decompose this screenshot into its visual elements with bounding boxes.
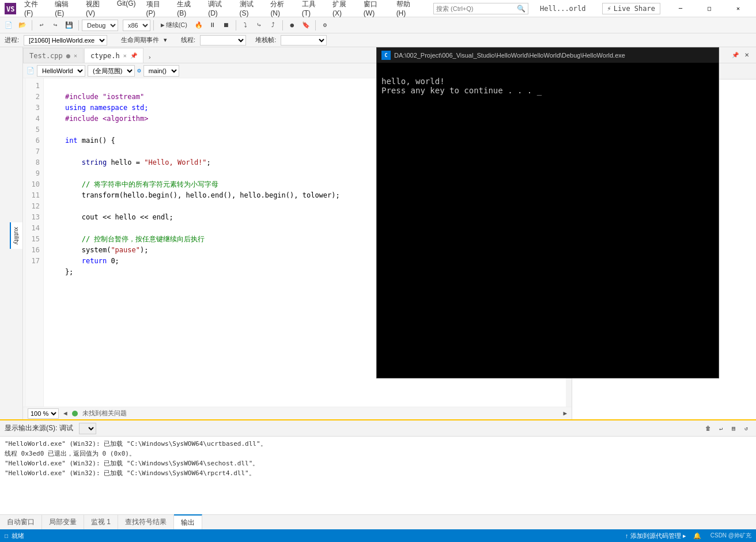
menu-extensions[interactable]: 扩展(X) bbox=[328, 0, 358, 20]
tab-ctype-h-close[interactable]: ✕ bbox=[123, 52, 127, 59]
btm-tab-locals[interactable]: 局部变量 bbox=[42, 515, 84, 529]
menu-project[interactable]: 项目(P) bbox=[142, 0, 172, 20]
lifecycle-separator: ▾ bbox=[164, 36, 167, 44]
output-panel: 显示输出来源(S): 调试 🗑 ↵ ▤ ↺ "HelloWorld.exe" (… bbox=[0, 419, 756, 514]
output-source-label: 显示输出来源(S): 调试 bbox=[5, 423, 73, 433]
platform-dropdown[interactable]: x86 bbox=[123, 20, 150, 31]
menu-file[interactable]: 文件(F) bbox=[20, 0, 49, 20]
redo-button[interactable]: ↪ bbox=[49, 19, 62, 32]
btm-tab-watch[interactable]: 监视 1 bbox=[84, 515, 118, 529]
output-refresh-button[interactable]: ↺ bbox=[741, 423, 751, 434]
live-share-button[interactable]: ⚡ Live Share bbox=[602, 3, 660, 14]
settings-button[interactable]: ⚙ bbox=[319, 19, 331, 32]
tab-ctype-h[interactable]: ctype.h ✕ 📌 bbox=[84, 48, 143, 63]
new-file-button[interactable]: 📄 bbox=[2, 19, 15, 32]
breakpoint-button[interactable]: ● bbox=[286, 19, 298, 32]
output-source-selector[interactable] bbox=[79, 423, 96, 434]
output-content: "HelloWorld.exe" (Win32): 已加载 "C:\Window… bbox=[0, 437, 756, 514]
console-titlebar: C DA:\002_Project\006_Visual_Studio\Hell… bbox=[377, 48, 719, 63]
step-into-button[interactable]: ⤷ bbox=[253, 19, 266, 32]
tab-pin-icon[interactable]: 📌 bbox=[130, 52, 137, 59]
play-icon: ▶ bbox=[161, 21, 165, 29]
hot-reload-button[interactable]: 🔥 bbox=[192, 19, 205, 32]
toolbar-separator3 bbox=[153, 20, 154, 31]
console-body: hello, world! Press any key to continue … bbox=[377, 63, 719, 378]
code-line-9: // 将字符串中的所有字符元素转为小写字母 bbox=[48, 180, 218, 188]
bookmark-button[interactable]: 🔖 bbox=[300, 19, 312, 32]
toolbar-separator6 bbox=[315, 20, 316, 31]
close-button[interactable]: ✕ bbox=[725, 0, 751, 17]
svg-text:VS: VS bbox=[6, 5, 14, 13]
output-clear-button[interactable]: 🗑 bbox=[703, 423, 713, 434]
menu-git[interactable]: Git(G) bbox=[112, 0, 141, 20]
code-line-2: using namespace std; bbox=[48, 104, 148, 112]
tab-test-cpp[interactable]: Test.cpp ● ✕ bbox=[23, 48, 84, 63]
code-line-17: }; bbox=[48, 268, 73, 276]
console-title: DA:\002_Project\006_Visual_Studio\HelloW… bbox=[394, 52, 625, 59]
menu-help[interactable]: 帮助(H) bbox=[392, 0, 422, 20]
menu-analyze[interactable]: 分析(N) bbox=[266, 0, 296, 20]
thread-selector[interactable] bbox=[200, 35, 246, 46]
process-selector[interactable]: [21060] HelloWorld.exe bbox=[24, 35, 107, 46]
scope2-dropdown[interactable]: (全局范围) bbox=[88, 65, 135, 77]
output-filter-button[interactable]: ▤ bbox=[728, 423, 739, 434]
minimize-button[interactable]: ─ bbox=[667, 0, 694, 17]
pause-button[interactable]: ⏸ bbox=[206, 19, 219, 32]
save-button[interactable]: 💾 bbox=[63, 19, 75, 32]
stack-label: 堆栈帧: bbox=[255, 36, 276, 44]
editor-statusbar: 100 % ◀ 未找到相关问题 ▶ bbox=[23, 407, 572, 419]
code-line-15: system("pause"); bbox=[48, 246, 148, 254]
menu-debug[interactable]: 调试(D) bbox=[203, 0, 233, 20]
menu-view[interactable]: 视图(V) bbox=[81, 0, 111, 20]
code-line-16: return 0; bbox=[48, 257, 119, 265]
sidebar-tab-xutility[interactable]: xutility bbox=[10, 222, 22, 249]
window-controls: ─ □ ✕ bbox=[667, 0, 751, 17]
tab-scroll-right[interactable]: › bbox=[144, 51, 156, 63]
tab-test-cpp-close[interactable]: ✕ bbox=[74, 52, 77, 59]
menu-edit[interactable]: 编辑(E) bbox=[50, 0, 80, 20]
output-line-2: 线程 0x3ed0 已退出，返回值为 0 (0x0)。 bbox=[5, 449, 751, 458]
status-right-add[interactable]: ↑ 添加到源代码管理 ▸ bbox=[625, 532, 686, 540]
vs-logo: VS bbox=[5, 3, 16, 14]
tab-test-cpp-label: Test.cpp bbox=[29, 52, 63, 60]
code-line-14: // 控制台暂停，按任意键继续向后执行 bbox=[48, 235, 205, 243]
maximize-button[interactable]: □ bbox=[696, 0, 723, 17]
window-title: Hell...orld bbox=[540, 5, 585, 13]
scope3-dropdown[interactable]: main() bbox=[143, 65, 179, 77]
code-line-7: string hello = "Hello, World!"; bbox=[48, 158, 211, 166]
diag-pin-button[interactable]: 📌 bbox=[731, 51, 740, 60]
status-separator: ◀ bbox=[63, 410, 67, 417]
menu-window[interactable]: 窗口(W) bbox=[359, 0, 391, 20]
watermark-label: CSDN @帅矿充 bbox=[710, 532, 751, 540]
bottom-tabs: 自动窗口 局部变量 监视 1 查找符号结果 输出 bbox=[0, 514, 756, 529]
search-box[interactable]: 🔍 bbox=[433, 3, 528, 14]
step-out-button[interactable]: ⤴ bbox=[267, 19, 279, 32]
undo-button[interactable]: ↩ bbox=[35, 19, 48, 32]
config-dropdown[interactable]: Debug bbox=[82, 20, 118, 31]
btm-tab-output[interactable]: 输出 bbox=[174, 514, 202, 530]
output-wrap-button[interactable]: ↵ bbox=[716, 423, 726, 434]
search-input[interactable] bbox=[436, 5, 517, 12]
step-over-button[interactable]: ⤵ bbox=[239, 19, 252, 32]
menu-tools[interactable]: 工具(T) bbox=[297, 0, 327, 20]
output-line-4: "HelloWorld.exe" (Win32): 已加载 "C:\Window… bbox=[5, 468, 751, 478]
continue-button[interactable]: ▶ 继续(C) bbox=[157, 19, 191, 32]
menu-test[interactable]: 测试(S) bbox=[235, 0, 265, 20]
tab-ctype-h-label: ctype.h bbox=[90, 52, 120, 60]
scroll-right-icon: ▶ bbox=[563, 410, 567, 417]
green-dot-icon bbox=[72, 411, 78, 416]
menu-build[interactable]: 生成(B) bbox=[172, 0, 202, 20]
btm-tab-find[interactable]: 查找符号结果 bbox=[118, 515, 174, 529]
output-toolbar: 显示输出来源(S): 调试 🗑 ↵ ▤ ↺ bbox=[0, 420, 756, 437]
scope-dropdown[interactable]: HelloWorld bbox=[37, 65, 85, 77]
btm-tab-auto[interactable]: 自动窗口 bbox=[0, 515, 42, 529]
continue-label: 继续(C) bbox=[166, 21, 187, 29]
zoom-selector[interactable]: 100 % bbox=[28, 408, 59, 419]
open-file-button[interactable]: 📂 bbox=[16, 19, 29, 32]
stack-selector[interactable] bbox=[281, 35, 327, 46]
process-bar: 进程: [21060] HelloWorld.exe 生命周期事件 ▾ 线程: … bbox=[0, 33, 756, 47]
code-line-10: transform(hello.begin(), hello.end(), he… bbox=[48, 191, 340, 199]
bell-icon[interactable]: 🔔 bbox=[693, 532, 701, 540]
diag-close-button[interactable]: ✕ bbox=[742, 51, 751, 60]
stop-button[interactable]: ⏹ bbox=[220, 19, 233, 32]
